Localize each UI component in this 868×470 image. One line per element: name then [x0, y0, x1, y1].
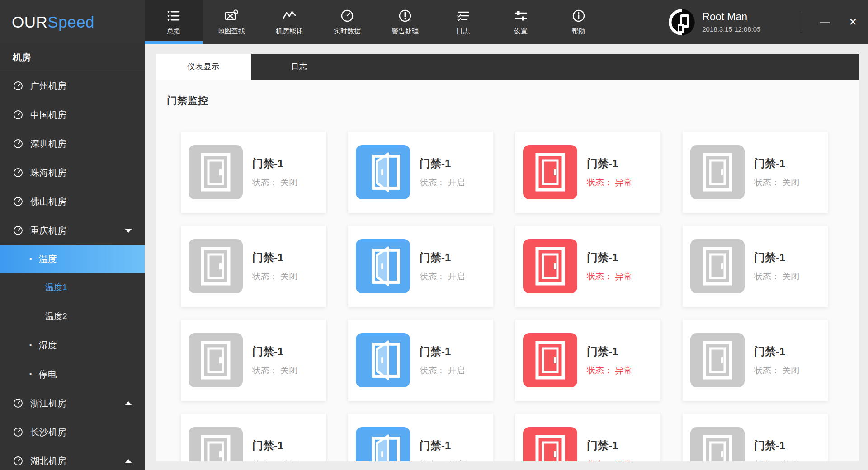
- door-card[interactable]: 门禁-1 状态： 关闭: [181, 320, 326, 401]
- door-card[interactable]: 门禁-1 状态： 异常: [515, 414, 660, 461]
- sidebar-item-temperature-2[interactable]: 温度2: [0, 302, 145, 331]
- sidebar-item-guangzhou[interactable]: 广州机房: [0, 71, 145, 100]
- door-card[interactable]: 门禁-1 状态： 关闭: [683, 226, 828, 307]
- top-nav: 总揽 地图查找 机房能耗 实时数据 警告处理 日志 设置 帮助: [145, 0, 608, 44]
- door-card-title: 门禁-1: [754, 156, 799, 171]
- chevron-up-icon[interactable]: [125, 401, 132, 405]
- door-card-title: 门禁-1: [587, 344, 632, 359]
- door-card-title: 门禁-1: [420, 344, 465, 359]
- nav-item-logs[interactable]: 日志: [434, 0, 492, 44]
- door-status: 状态： 异常: [587, 271, 632, 282]
- door-card[interactable]: 门禁-1 状态： 关闭: [181, 414, 326, 461]
- gauge-icon: [13, 456, 24, 466]
- door-card[interactable]: 门禁-1 状态： 关闭: [181, 132, 326, 213]
- sidebar-item-zhejiang[interactable]: 浙江机房: [0, 389, 145, 418]
- door-closed-icon: [189, 145, 243, 199]
- log-icon: [456, 9, 470, 23]
- warning-icon: [398, 9, 412, 23]
- gauge-icon: [13, 225, 24, 236]
- nav-item-help[interactable]: 帮助: [550, 0, 608, 44]
- logo-prefix: OUR: [12, 13, 47, 31]
- sidebar-item-zhongguo[interactable]: 中国机房: [0, 100, 145, 129]
- sidebar-item-foshan[interactable]: 佛山机房: [0, 187, 145, 216]
- door-status: 状态： 关闭: [754, 459, 799, 462]
- nav-item-alert-handling[interactable]: 警告处理: [376, 0, 434, 44]
- nav-item-room-energy[interactable]: 机房能耗: [260, 0, 318, 44]
- sidebar-item-temperature[interactable]: · 温度: [0, 245, 145, 273]
- door-card-title: 门禁-1: [420, 156, 465, 171]
- door-status: 状态： 异常: [587, 459, 632, 462]
- minimize-button[interactable]: —: [820, 17, 830, 27]
- user-avatar[interactable]: [669, 9, 695, 35]
- door-status: 状态： 开启: [420, 365, 465, 376]
- nav-item-overview[interactable]: 总揽: [145, 0, 203, 44]
- gauge-icon: [13, 109, 24, 120]
- door-card-title: 门禁-1: [252, 156, 297, 171]
- door-card[interactable]: 门禁-1 状态： 开启: [348, 132, 493, 213]
- logo-suffix: Speed: [47, 13, 94, 31]
- sidebar: 机房 广州机房 中国机房 深圳机房 珠海机房: [0, 44, 145, 470]
- tab-meter-display[interactable]: 仪表显示: [156, 54, 251, 80]
- door-card[interactable]: 门禁-1 状态： 开启: [348, 320, 493, 401]
- nav-item-realtime-data[interactable]: 实时数据: [318, 0, 376, 44]
- door-open-icon: [356, 427, 410, 461]
- nav-item-map-search[interactable]: 地图查找: [203, 0, 260, 44]
- sidebar-item-temperature-1[interactable]: 温度1: [0, 273, 145, 302]
- door-card-title: 门禁-1: [754, 250, 799, 265]
- door-card-title: 门禁-1: [754, 438, 799, 453]
- door-abnormal-icon: [523, 239, 577, 293]
- door-open-icon: [356, 333, 410, 387]
- door-card[interactable]: 门禁-1 状态： 开启: [348, 226, 493, 307]
- gauge-icon: [13, 80, 24, 91]
- door-cards-grid: 门禁-1 状态： 关闭 门禁-1 状态： 开启 门禁-1 状态： 异常 门禁-1…: [181, 132, 859, 461]
- door-closed-icon: [189, 239, 243, 293]
- door-card[interactable]: 门禁-1 状态： 异常: [515, 320, 660, 401]
- door-card[interactable]: 门禁-1 状态： 异常: [515, 226, 660, 307]
- sidebar-item-humidity[interactable]: · 湿度: [0, 331, 145, 360]
- sidebar-item-changsha[interactable]: 长沙机房: [0, 418, 145, 446]
- door-card-title: 门禁-1: [252, 250, 297, 265]
- chevron-up-icon[interactable]: [125, 459, 132, 463]
- door-card-title: 门禁-1: [252, 344, 297, 359]
- sidebar-item-zhuhai[interactable]: 珠海机房: [0, 158, 145, 187]
- door-status: 状态： 开启: [420, 271, 465, 282]
- user-name: Root Man: [702, 11, 760, 23]
- door-card[interactable]: 门禁-1 状态： 关闭: [683, 414, 828, 461]
- sidebar-header: 机房: [0, 44, 145, 71]
- door-card[interactable]: 门禁-1 状态： 异常: [515, 132, 660, 213]
- sidebar-list: 广州机房 中国机房 深圳机房 珠海机房 佛山机房: [0, 71, 145, 470]
- gauge-icon: [13, 138, 24, 149]
- door-card-title: 门禁-1: [420, 438, 465, 453]
- door-status: 状态： 关闭: [252, 271, 297, 282]
- gauge-icon: [13, 427, 24, 437]
- door-card[interactable]: 门禁-1 状态： 关闭: [683, 132, 828, 213]
- door-card-title: 门禁-1: [587, 250, 632, 265]
- tab-log[interactable]: 日志: [251, 54, 347, 80]
- gauge-icon: [13, 167, 24, 178]
- sidebar-item-chongqing[interactable]: 重庆机房: [0, 216, 145, 245]
- door-card-title: 门禁-1: [252, 438, 297, 453]
- door-card[interactable]: 门禁-1 状态： 开启: [348, 414, 493, 461]
- sidebar-item-shenzhen[interactable]: 深圳机房: [0, 129, 145, 158]
- sidebar-item-hubei[interactable]: 湖北机房: [0, 446, 145, 470]
- door-status: 状态： 关闭: [252, 365, 297, 376]
- chevron-down-icon[interactable]: [125, 229, 132, 233]
- nav-item-settings[interactable]: 设置: [492, 0, 550, 44]
- door-card-title: 门禁-1: [420, 250, 465, 265]
- door-card[interactable]: 门禁-1 状态： 关闭: [683, 320, 828, 401]
- door-status: 状态： 异常: [587, 177, 632, 188]
- door-closed-icon: [690, 427, 745, 461]
- door-card[interactable]: 门禁-1 状态： 关闭: [181, 226, 326, 307]
- energy-icon: [282, 9, 297, 23]
- door-open-icon: [356, 145, 410, 199]
- sidebar-item-power-cut[interactable]: · 停电: [0, 360, 145, 389]
- gauge-icon: [13, 196, 24, 207]
- content-panel: 仪表显示 日志 门禁监控 门禁-1 状态： 关闭 门禁-1 状态： 开启 门禁-…: [156, 54, 859, 461]
- door-card-title: 门禁-1: [587, 156, 632, 171]
- user-info: Root Man 2018.3.15 12:08:05: [702, 11, 760, 33]
- door-status: 状态： 关闭: [754, 271, 799, 282]
- gauge-icon: [340, 9, 354, 23]
- door-open-icon: [356, 239, 410, 293]
- list-icon: [166, 9, 181, 23]
- close-button[interactable]: ✕: [849, 17, 857, 27]
